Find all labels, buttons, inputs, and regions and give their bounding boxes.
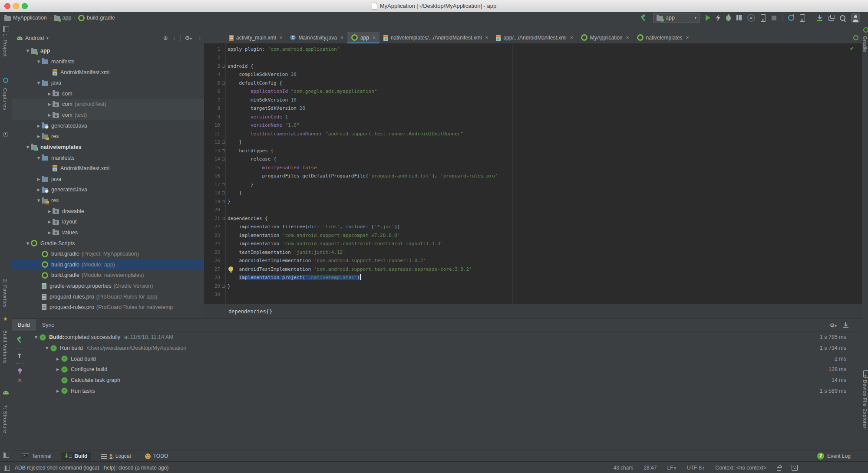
tree-item[interactable]: ▼manifests (12, 56, 204, 67)
tree-collapsed-arrow-icon[interactable]: ▶ (36, 177, 42, 181)
tab-close-icon[interactable]: × (485, 35, 488, 41)
editor-tab[interactable]: app/.../AndroidManifest.xml× (492, 32, 577, 43)
code-line[interactable] (228, 53, 498, 62)
tree-item[interactable]: ▼res (12, 195, 204, 206)
status-widget[interactable]: Context: <no context> (716, 465, 766, 471)
code-editor[interactable]: 1234567891011121314151617181920212223242… (204, 43, 862, 304)
tool-window-button-logcat[interactable]: 6: Logcat (97, 452, 135, 460)
editor-tab[interactable]: activity_main.xml× (225, 32, 286, 43)
hide-panel-icon[interactable]: ⊣ (196, 35, 201, 41)
tree-expanded-arrow-icon[interactable]: ▼ (36, 156, 42, 160)
indexing-status-icon[interactable] (792, 465, 798, 471)
tree-collapsed-arrow-icon[interactable]: ▶ (46, 209, 53, 214)
code-line[interactable]: applicationId "com.google.ads.myapplicat… (228, 87, 498, 96)
code-line[interactable] (228, 290, 498, 299)
build-output-row[interactable]: ▶Configure build128 ms (28, 364, 862, 375)
tree-item[interactable]: build.gradle(Project: MyApplication) (12, 249, 204, 259)
code-line[interactable]: proguardFiles getDefaultProguardFile('pr… (228, 172, 498, 181)
status-widget[interactable]: LF⇕ (667, 465, 677, 471)
tree-collapsed-arrow-icon[interactable]: ▶ (36, 187, 42, 192)
code-line[interactable]: androidTestImplementation 'com.android.s… (228, 256, 498, 265)
tree-expanded-arrow-icon[interactable]: ▼ (25, 49, 31, 53)
event-log-button[interactable]: 2 Event Log (817, 453, 851, 460)
editor-tab[interactable]: MyApplication× (577, 32, 633, 43)
tree-expanded-arrow-icon[interactable]: ▼ (36, 81, 42, 85)
fold-marker-icon[interactable] (222, 82, 225, 85)
code-line[interactable]: minifyEnabled false (228, 164, 498, 172)
locate-file-icon[interactable]: ⊕ (163, 35, 168, 41)
tab-close-icon[interactable]: × (626, 35, 629, 41)
fold-marker-icon[interactable] (222, 183, 225, 186)
gradle-tool-icon[interactable] (863, 27, 868, 33)
build-hammer-icon[interactable] (640, 14, 647, 21)
status-widget[interactable]: 43 chars (613, 465, 633, 471)
tree-item[interactable]: ▶com(test) (12, 110, 204, 121)
fold-marker-icon[interactable] (222, 217, 225, 220)
tree-item[interactable]: ▼nativetemplates (12, 142, 204, 153)
code-line[interactable]: android { (228, 62, 498, 71)
collapse-all-icon[interactable]: ÷ (172, 35, 177, 41)
code-line[interactable] (228, 206, 498, 214)
code-line[interactable]: minSdkVersion 16 (228, 96, 498, 105)
code-line[interactable]: buildTypes { (228, 147, 498, 155)
code-line[interactable]: } (228, 181, 498, 189)
clock-icon[interactable] (3, 132, 8, 137)
code-line[interactable]: versionCode 1 (228, 113, 498, 122)
editor-tab[interactable]: MainActivity.java× (286, 32, 347, 43)
project-tool-icon[interactable] (3, 26, 9, 32)
tree-item[interactable]: ▼java (12, 78, 204, 89)
code-line[interactable]: implementation project(':nativetemplates… (228, 273, 498, 282)
code-line[interactable]: implementation 'com.android.support.cons… (228, 240, 498, 248)
code-line[interactable]: release { (228, 155, 498, 164)
tree-item[interactable]: ▼Gradle Scripts (12, 238, 204, 249)
build-output-row[interactable]: ▶Load build2 ms (28, 353, 862, 364)
breadcrumb-item[interactable]: MyApplication (4, 15, 47, 21)
tool-stripe-structure[interactable]: 7: Structure (3, 405, 8, 433)
tab-close-icon[interactable]: × (373, 35, 376, 41)
tool-window-button-terminal[interactable]: Terminal (18, 452, 55, 460)
editor-tab[interactable]: app× (347, 32, 380, 43)
tree-item[interactable]: ▶res (12, 131, 204, 142)
build-output-row[interactable]: ▼Build: completed successfullyat 11/5/18… (28, 332, 862, 343)
run-button[interactable] (706, 15, 710, 21)
sdk-manager-icon[interactable] (817, 15, 823, 21)
profile-button[interactable] (736, 15, 742, 20)
tree-expanded-arrow-icon[interactable]: ▼ (25, 145, 31, 149)
minimize-window-button[interactable] (13, 3, 19, 9)
tree-item[interactable]: ▶generatedJava (12, 184, 204, 195)
tree-collapsed-arrow-icon[interactable]: ▶ (54, 367, 61, 371)
gradle-status-icon[interactable] (853, 35, 858, 40)
captures-tool-icon[interactable] (3, 78, 8, 83)
tree-item[interactable]: proguard-rules.pro(ProGuard Rules for na… (12, 302, 204, 313)
intention-lightbulb-icon[interactable] (228, 266, 233, 271)
code-line[interactable]: testImplementation 'junit:junit:4.12' (228, 248, 498, 257)
code-line[interactable]: versionName "1.0" (228, 121, 498, 130)
tree-collapsed-arrow-icon[interactable]: ▶ (54, 357, 61, 361)
fold-marker-icon[interactable] (222, 158, 225, 161)
tab-close-icon[interactable]: × (279, 35, 282, 41)
build-panel-tab-build[interactable]: Build (12, 319, 36, 331)
editor-code[interactable]: apply plugin: 'com.android.application'a… (228, 45, 498, 299)
context-breadcrumb[interactable]: dependencies{} (228, 309, 272, 315)
code-line[interactable]: testInstrumentationRunner "android.suppo… (228, 130, 498, 138)
tree-item[interactable]: AndroidManifest.xml (12, 67, 204, 78)
structure-tool-icon[interactable] (3, 452, 9, 458)
fold-marker-icon[interactable] (222, 285, 225, 288)
tree-item[interactable]: ▶drawable (12, 206, 204, 217)
status-widget[interactable]: 28:47 (644, 465, 657, 471)
code-line[interactable]: implementation 'com.android.support:appc… (228, 231, 498, 240)
tree-expanded-arrow-icon[interactable]: ▼ (33, 335, 40, 339)
build-output-row[interactable]: Calculate task graph14 ms (28, 375, 862, 386)
fold-marker-icon[interactable] (222, 200, 225, 203)
breadcrumb-item[interactable]: build.gradle (78, 15, 115, 21)
apply-changes-icon[interactable] (716, 15, 720, 21)
stop-button[interactable] (772, 16, 776, 20)
pin-tab-icon[interactable] (18, 368, 22, 372)
breadcrumb-item[interactable]: app (54, 15, 72, 21)
tree-collapsed-arrow-icon[interactable]: ▶ (46, 102, 53, 106)
tree-collapsed-arrow-icon[interactable]: ▶ (46, 113, 53, 117)
avd-manager-icon[interactable] (800, 14, 805, 22)
code-line[interactable]: } (228, 197, 498, 206)
tree-item[interactable]: proguard-rules.pro(ProGuard Rules for ap… (12, 291, 204, 302)
close-icon[interactable]: × (18, 377, 22, 384)
